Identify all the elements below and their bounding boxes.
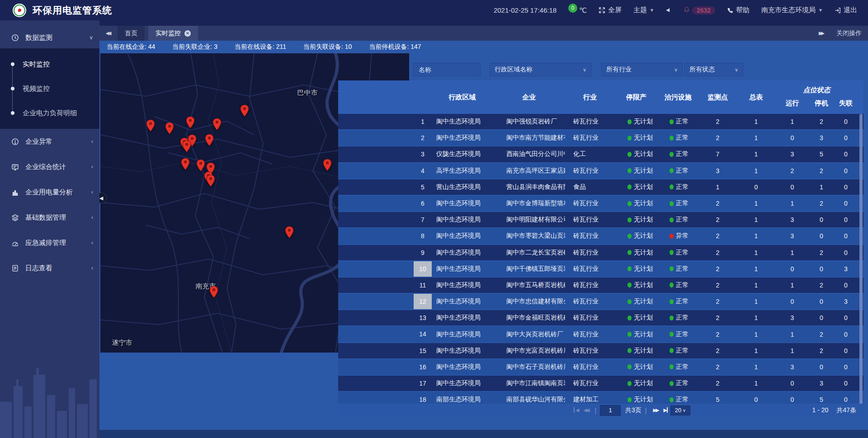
table-row[interactable]: 16 阆中生态环境局 阆中市石子页岩机砖厂 砖瓦行业 无计划 正常 2 1 3 …: [338, 359, 863, 376]
fullscreen-button[interactable]: 全屏: [599, 6, 622, 14]
map-pin-icon[interactable]: [196, 159, 205, 172]
table-row[interactable]: 12 阆中生态环境局 阆中市忠信建材有限公 砖瓦行业 无计划 正常 2 1 0 …: [338, 294, 863, 310]
tabs-scroll-left-button[interactable]: ◀◀: [99, 26, 118, 41]
col-point-status-group: 点位状态 运行 停机 失联: [775, 80, 858, 114]
row-stopped-count: 3: [809, 380, 834, 387]
map-pin-icon[interactable]: [181, 158, 190, 170]
table-row[interactable]: 17 阆中生态环境局 阆中市江南镇阆南页岩 砖瓦行业 无计划 正常 2 1 0 …: [338, 376, 863, 392]
table-row[interactable]: 13 阆中生态环境局 阆中市金福旺页岩机砖 砖瓦行业 无计划 正常 2 1 3 …: [338, 310, 863, 326]
sidebar-item-logs[interactable]: 日志查看‹: [0, 255, 99, 281]
status-dot-icon: [670, 136, 674, 141]
close-tab-icon[interactable]: ✕: [184, 30, 191, 37]
map-pin-icon[interactable]: [212, 118, 222, 131]
table-row[interactable]: 6 阆中生态环境局 阆中市金博瑞新型墙材 砖瓦行业 无计划 正常 2 1 1 2…: [338, 196, 863, 212]
sidebar-item-enterprise-stats[interactable]: 企业综合统计‹: [0, 154, 99, 179]
map-pin-icon[interactable]: [209, 286, 218, 298]
table-row[interactable]: 11 阆中生态环境局 阆中市五马桥页岩机砖 砖瓦行业 无计划 正常 2 1 1 …: [338, 278, 863, 294]
table-row[interactable]: 5 营山生态环境局 营山县润丰肉食品有限 食品 无计划 正常 1 0 0 1 0: [338, 179, 863, 196]
page-size-select[interactable]: 20∨: [670, 405, 690, 415]
first-page-button[interactable]: ◀: [571, 407, 580, 413]
row-lost-count: 0: [834, 118, 858, 125]
tab-home[interactable]: 首页: [118, 26, 145, 41]
chevron-left-icon: ‹: [91, 138, 93, 145]
row-lost-count: 0: [834, 151, 858, 158]
sidebar-subitem[interactable]: 企业电力负荷明细: [0, 101, 99, 125]
row-region: 阆中生态环境局: [432, 199, 493, 207]
logout-button[interactable]: 退出: [835, 6, 857, 14]
status-select[interactable]: 所有状态∨: [684, 63, 743, 76]
sidebar-subitem[interactable]: 实时监控: [0, 52, 99, 76]
tab-strip: ◀◀ 首页 实时监控 ✕ ▶▶ 关闭操作: [99, 20, 868, 41]
region-select[interactable]: 行政区域名称∨: [490, 63, 591, 76]
name-search-input[interactable]: [418, 66, 476, 74]
table-row[interactable]: 1 阆中生态环境局 阆中强锐页岩砖厂 砖瓦行业 无计划 正常 2 1 1 2 0: [338, 114, 863, 130]
row-total-count: 1: [737, 363, 775, 371]
row-region: 阆中生态环境局: [432, 134, 493, 142]
table-row[interactable]: 2 阆中生态环境局 阆中市南方节能建材有 砖瓦行业 无计划 正常 2 1 0 3…: [338, 130, 863, 146]
help-button[interactable]: 帮助: [727, 6, 750, 14]
row-company: 阆中市二龙长宝页岩砖: [493, 249, 565, 257]
sidebar-item-enterprise-abnormal[interactable]: 企业异常‹: [0, 129, 99, 154]
table-row[interactable]: 10 阆中生态环境局 阆中千佛镇五郎垭页岩 砖瓦行业 无计划 正常 2 1 0 …: [338, 261, 863, 278]
row-stopped-count: 0: [809, 265, 834, 273]
mute-button[interactable]: [666, 7, 672, 13]
table-row[interactable]: 7 阆中生态环境局 阆中明阳建材有限公司 砖瓦行业 无计划 正常 2 1 3 0…: [338, 212, 863, 228]
map-pin-icon[interactable]: [323, 159, 332, 171]
tab-realtime-monitor[interactable]: 实时监控 ✕: [148, 26, 198, 41]
sidebar-item-data-monitor[interactable]: 数据监测∨: [0, 27, 99, 48]
datetime: 2021-02-25 17:46:18: [494, 6, 557, 14]
industry-select[interactable]: 所有行业∨: [601, 63, 683, 76]
row-treat-status: 正常: [658, 118, 698, 126]
map-pin-icon[interactable]: [186, 116, 195, 129]
col-total: 总表: [737, 93, 775, 102]
row-stopped-count: 1: [809, 184, 834, 191]
org-menu[interactable]: 南充市生态环境局▼: [761, 6, 823, 14]
tabs-scroll-right-button[interactable]: ▶▶: [819, 30, 825, 36]
next-page-button[interactable]: ▶▶: [650, 407, 660, 413]
prev-page-button[interactable]: ◀◀: [580, 407, 591, 413]
row-lost-count: 0: [834, 216, 858, 223]
map-pin-icon[interactable]: [182, 140, 191, 153]
map-pin-icon[interactable]: [206, 174, 215, 187]
map-pin-icon[interactable]: [165, 122, 174, 135]
table-row[interactable]: 4 高坪生态环境局 南充市高坪区王家店建 砖瓦行业 无计划 正常 3 1 2 2…: [338, 163, 863, 179]
sidebar-item-emergency[interactable]: 应急减排管理‹: [0, 230, 99, 255]
row-monitor-count: 2: [698, 331, 737, 338]
close-operations-menu[interactable]: 关闭操作: [836, 29, 862, 38]
row-stop-status: 无计划: [615, 314, 658, 322]
map-pin-icon[interactable]: [285, 226, 294, 239]
row-lost-count: 0: [834, 167, 858, 174]
status-dot-icon: [627, 201, 632, 206]
notifications-button[interactable]: 2632: [684, 6, 715, 14]
table-row[interactable]: 9 阆中生态环境局 阆中市二龙长宝页岩砖 砖瓦行业 无计划 正常 2 1 1 2…: [338, 245, 863, 261]
table-scrollbar[interactable]: [859, 114, 863, 417]
page-number-input[interactable]: [600, 405, 621, 416]
row-stop-status: 无计划: [615, 265, 658, 273]
sidebar-subitem[interactable]: 视频监控: [0, 76, 99, 101]
row-company: 阆中市枣碧大梁山页岩: [493, 232, 565, 240]
row-industry: 砖瓦行业: [565, 379, 615, 387]
clock-icon: [11, 33, 19, 42]
row-region: 阆中生态环境局: [432, 232, 493, 240]
status-dot-icon: [627, 266, 632, 271]
status-dot-icon: [670, 283, 674, 287]
row-seq: 9: [414, 245, 432, 260]
sidebar-item-base-data[interactable]: 基础数据管理‹: [0, 205, 99, 230]
row-treat-status: 正常: [658, 363, 698, 371]
table-row[interactable]: 15 阆中生态环境局 阆中市光富页岩机砖厂 砖瓦行业 无计划 正常 2 1 1 …: [338, 343, 863, 359]
map-pin-icon[interactable]: [205, 134, 214, 146]
last-page-button[interactable]: ▶: [660, 407, 670, 413]
table-row[interactable]: 14 阆中生态环境局 阆中大兴页岩机砖厂 砖瓦行业 无计划 正常 2 1 1 2…: [338, 326, 863, 343]
row-stopped-count: 0: [809, 232, 834, 240]
row-stopped-count: 5: [809, 396, 834, 403]
bullet-icon: [11, 111, 14, 115]
temperature-unit: ℃: [579, 6, 587, 14]
map-pin-icon[interactable]: [146, 119, 155, 132]
table-row[interactable]: 8 阆中生态环境局 阆中市枣碧大梁山页岩 砖瓦行业 无计划 异常 2 1 3 0…: [338, 228, 863, 245]
status-dot-icon: [627, 217, 632, 222]
col-run: 运行: [775, 99, 809, 108]
map-pin-icon[interactable]: [240, 104, 249, 117]
table-row[interactable]: 3 仪陇生态环境局 西南油气田分公司川中 化工 无计划 正常 7 1 3 5 0: [338, 146, 863, 163]
sidebar-item-power-analysis[interactable]: 企业用电量分析‹: [0, 179, 99, 205]
theme-button[interactable]: 主题▼: [633, 6, 654, 14]
